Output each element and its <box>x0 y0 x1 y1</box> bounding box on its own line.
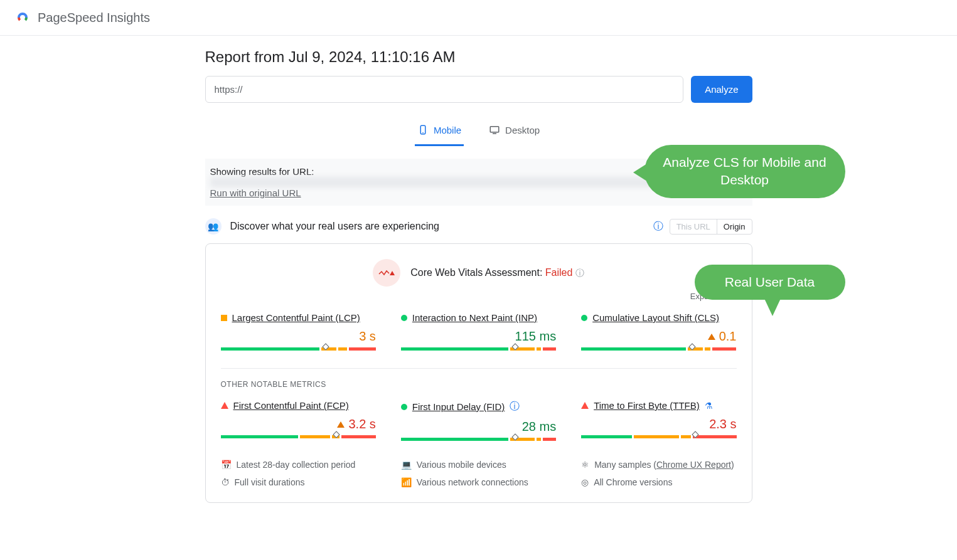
field-data-card: Core Web Vitals Assessment: Failed ⓘ Exp… <box>205 243 752 503</box>
fid-value: 28 ms <box>401 420 556 434</box>
users-icon: 👥 <box>205 218 222 235</box>
cls-value: 0.1 <box>719 329 737 344</box>
divider <box>221 368 737 369</box>
inp-link[interactable]: Interaction to Next Paint (INP) <box>412 312 537 323</box>
svg-rect-2 <box>490 127 499 132</box>
inp-bar <box>401 347 556 351</box>
footer-info: 📅Latest 28-day collection period 💻Variou… <box>221 460 737 487</box>
mobile-icon <box>417 124 429 135</box>
fcp-value: 3.2 s <box>348 417 375 431</box>
cls-link[interactable]: Cumulative Layout Shift (CLS) <box>592 312 719 323</box>
other-metrics-grid: First Contentful Paint (FCP) 3.2 s First… <box>221 400 737 441</box>
cwv-badge-icon <box>373 259 400 287</box>
chrome-icon: ◎ <box>581 477 589 487</box>
metric-lcp: Largest Contentful Paint (LCP) 3 s <box>221 312 376 351</box>
calendar-icon: 📅 <box>221 460 232 470</box>
cls-bar <box>581 347 736 351</box>
samples-icon: ⚛ <box>581 460 589 470</box>
toggle-this-url[interactable]: This URL <box>670 219 717 234</box>
callout-real-user-data: Real User Data <box>695 265 845 300</box>
cwv-status: Failed <box>545 267 573 278</box>
pagespeed-logo-icon <box>15 10 30 25</box>
crux-link[interactable]: Chrome UX Report <box>656 460 731 470</box>
fcp-bar <box>221 435 376 438</box>
metric-fcp: First Contentful Paint (FCP) 3.2 s <box>221 400 376 441</box>
status-triangle-red-icon <box>581 402 589 409</box>
discover-row: 👥 Discover what your real users are expe… <box>205 218 752 235</box>
status-square-amber-icon <box>221 315 227 321</box>
inp-value: 115 ms <box>401 329 556 344</box>
info-icon[interactable]: ⓘ <box>510 400 520 413</box>
cwv-label: Core Web Vitals Assessment: <box>410 267 542 278</box>
ttfb-link[interactable]: Time to First Byte (TTFB) <box>594 400 700 411</box>
fid-bar <box>401 438 556 441</box>
analyze-button[interactable]: Analyze <box>691 76 752 103</box>
fcp-link[interactable]: First Contentful Paint (FCP) <box>233 400 349 411</box>
device-tabs: Mobile Desktop <box>205 118 752 146</box>
lcp-link[interactable]: Largest Contentful Paint (LCP) <box>232 312 360 323</box>
warning-triangle-icon <box>337 421 345 428</box>
footer-devices: Various mobile devices <box>417 460 506 470</box>
wifi-icon: 📶 <box>401 477 412 487</box>
cwv-assessment: Core Web Vitals Assessment: Failed ⓘ <box>221 259 737 287</box>
footer-chrome: All Chrome versions <box>594 477 672 487</box>
metric-ttfb: Time to First Byte (TTFB) ⚗ 2.3 s <box>581 400 736 441</box>
other-metrics-label: OTHER NOTABLE METRICS <box>221 380 737 389</box>
results-url-blurred: xxxxxxxxxxxxxxxxxxxxxxxxxxxxxxxxxxxxxxxx… <box>210 177 681 188</box>
status-dot-green-icon <box>401 315 407 321</box>
callout-analyze-cls: Analyze CLS for Mobile and Desktop <box>644 145 845 198</box>
app-header: PageSpeed Insights <box>0 0 957 36</box>
metric-fid: First Input Delay (FID) ⓘ 28 ms <box>401 400 556 441</box>
tab-mobile[interactable]: Mobile <box>415 118 464 146</box>
footer-network: Various network connections <box>417 477 528 487</box>
url-input[interactable] <box>205 76 684 103</box>
status-triangle-red-icon <box>221 402 228 409</box>
app-title: PageSpeed Insights <box>38 11 150 25</box>
core-metrics-grid: Largest Contentful Paint (LCP) 3 s Inter… <box>221 312 737 351</box>
help-icon[interactable]: ⓘ <box>575 268 584 278</box>
timer-icon: ⏱ <box>221 477 230 487</box>
results-label: Showing results for URL: <box>210 166 314 177</box>
info-icon[interactable]: ⓘ <box>653 220 663 233</box>
footer-period: Latest 28-day collection period <box>237 460 356 470</box>
scope-toggle: This URL Origin <box>670 219 752 235</box>
ttfb-bar <box>581 435 736 438</box>
metric-cls: Cumulative Layout Shift (CLS) 0.1 <box>581 312 736 351</box>
metric-inp: Interaction to Next Paint (INP) 115 ms <box>401 312 556 351</box>
warning-triangle-icon <box>708 334 715 340</box>
tab-desktop[interactable]: Desktop <box>486 118 542 146</box>
fid-link[interactable]: First Input Delay (FID) <box>412 401 505 412</box>
svg-marker-4 <box>390 271 395 275</box>
run-original-link[interactable]: Run with original URL <box>210 188 301 198</box>
lcp-bar <box>221 347 376 351</box>
discover-text: Discover what your real users are experi… <box>230 221 439 232</box>
status-dot-green-icon <box>581 315 587 321</box>
status-dot-green-icon <box>401 404 407 410</box>
footer-samples: Many samples (Chrome UX Report) <box>594 460 734 470</box>
toggle-origin[interactable]: Origin <box>717 219 752 234</box>
expand-view-link[interactable]: Expand view <box>221 292 737 301</box>
ttfb-value: 2.3 s <box>581 417 736 431</box>
tab-desktop-label: Desktop <box>505 125 540 135</box>
url-row: Analyze <box>205 76 752 103</box>
devices-icon: 💻 <box>401 460 412 470</box>
desktop-icon <box>489 124 500 135</box>
report-title: Report from Jul 9, 2024, 11:10:16 AM <box>205 48 752 66</box>
tab-mobile-label: Mobile <box>434 125 461 135</box>
lcp-value: 3 s <box>221 329 376 344</box>
flask-icon: ⚗ <box>705 401 713 411</box>
footer-duration: Full visit durations <box>235 477 305 487</box>
